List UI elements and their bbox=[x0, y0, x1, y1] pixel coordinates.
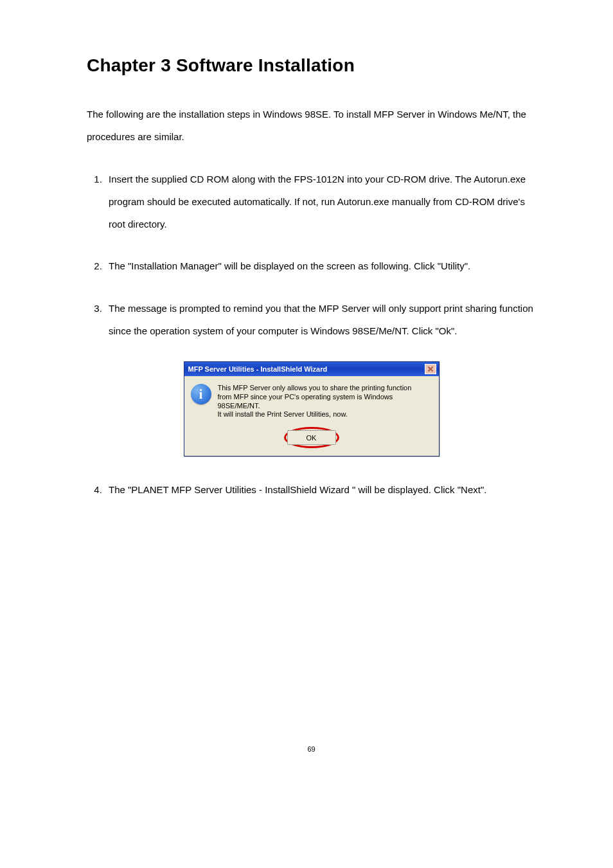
dialog-screenshot-wrap: MFP Server Utilities - InstallShield Wiz… bbox=[87, 361, 536, 457]
chapter-title: Chapter 3 Software Installation bbox=[87, 55, 536, 76]
installshield-dialog: MFP Server Utilities - InstallShield Wiz… bbox=[184, 361, 440, 457]
info-icon: i bbox=[191, 384, 211, 404]
step-1: Insert the supplied CD ROM along with th… bbox=[105, 168, 536, 236]
intro-paragraph: The following are the installation steps… bbox=[87, 103, 536, 149]
dialog-body: i This MFP Server only allows you to sha… bbox=[184, 376, 439, 456]
dialog-message-line1: This MFP Server only allows you to share… bbox=[218, 384, 412, 392]
close-icon bbox=[428, 366, 433, 372]
steps-list-continued: The "PLANET MFP Server Utilities - Insta… bbox=[87, 478, 536, 501]
dialog-message-line3: It will install the Print Server Utiliti… bbox=[218, 410, 348, 418]
steps-list: Insert the supplied CD ROM along with th… bbox=[87, 168, 536, 343]
dialog-title: MFP Server Utilities - InstallShield Wiz… bbox=[188, 365, 328, 373]
close-button[interactable] bbox=[425, 364, 436, 374]
step-3: The message is prompted to remind you th… bbox=[105, 297, 536, 343]
dialog-message-line2: from MFP since your PC's operating syste… bbox=[218, 393, 393, 410]
highlight-oval: OK bbox=[284, 427, 339, 448]
page-number: 69 bbox=[87, 745, 536, 753]
step-4: The "PLANET MFP Server Utilities - Insta… bbox=[105, 478, 536, 501]
dialog-titlebar: MFP Server Utilities - InstallShield Wiz… bbox=[184, 362, 439, 376]
dialog-message: This MFP Server only allows you to share… bbox=[218, 384, 432, 419]
ok-button[interactable]: OK bbox=[287, 430, 336, 445]
step-2: The "Installation Manager" will be displ… bbox=[105, 255, 536, 277]
